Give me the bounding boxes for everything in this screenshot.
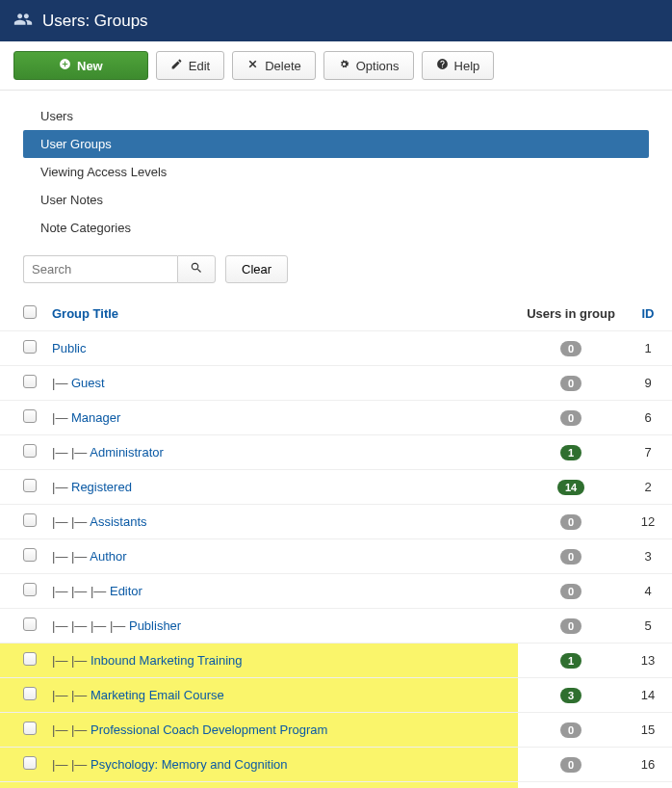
tree-prefix: |—: [52, 480, 71, 494]
row-checkbox[interactable]: [23, 340, 37, 354]
users-badge: 3: [560, 688, 582, 703]
group-title-link[interactable]: Psychology: Memory and Cognition: [90, 757, 288, 772]
pencil-icon: [170, 58, 183, 73]
users-badge: 0: [560, 376, 582, 391]
subnav-item[interactable]: User Groups: [23, 130, 649, 158]
tree-prefix: |—: [52, 410, 71, 425]
users-badge: 0: [560, 514, 582, 530]
users-badge: 0: [560, 722, 582, 738]
table-row: |— |— Assistants012: [0, 505, 672, 539]
col-header-id[interactable]: ID: [624, 297, 672, 331]
subnav-item[interactable]: Viewing Access Levels: [23, 158, 649, 186]
row-checkbox[interactable]: [23, 583, 37, 596]
tree-prefix: |—: [52, 376, 71, 390]
group-title-link[interactable]: Guest: [71, 376, 105, 390]
toolbar: New Edit Delete Options Help: [0, 41, 672, 91]
plus-icon: [59, 58, 71, 73]
col-header-title[interactable]: Group Title: [44, 297, 518, 331]
edit-label: Edit: [189, 59, 210, 73]
search-icon: [190, 261, 203, 277]
row-id: 5: [624, 609, 672, 644]
users-badge: 0: [560, 410, 582, 426]
new-label: New: [77, 59, 103, 73]
row-checkbox[interactable]: [23, 756, 37, 770]
row-id: 7: [624, 435, 672, 470]
edit-button[interactable]: Edit: [156, 51, 224, 80]
table-row: Public01: [0, 331, 672, 366]
search-row: Clear: [0, 251, 672, 297]
row-id: 14: [624, 678, 672, 713]
row-id: 2: [624, 470, 672, 505]
subnav-item[interactable]: Note Categories: [23, 214, 649, 242]
row-id: 15: [624, 713, 672, 748]
table-row: |— Registered142: [0, 470, 672, 505]
row-checkbox[interactable]: [23, 722, 37, 735]
gear-icon: [338, 58, 350, 73]
row-id: 12: [624, 505, 672, 539]
delete-label: Delete: [265, 59, 301, 73]
search-input[interactable]: [23, 255, 177, 283]
col-header-users: Users in group: [518, 297, 624, 331]
tree-prefix: |— |—: [52, 514, 90, 529]
table-row: |— |— Administrator17: [0, 435, 672, 470]
table-row: |— |— Author03: [0, 539, 672, 574]
clear-button[interactable]: Clear: [225, 255, 288, 283]
row-id: 1: [624, 331, 672, 366]
group-title-link[interactable]: Manager: [71, 410, 120, 425]
tree-prefix: |— |—: [52, 653, 90, 668]
search-button[interactable]: [177, 255, 216, 283]
row-id: 16: [624, 748, 672, 782]
tree-prefix: |— |— |—: [52, 584, 110, 598]
groups-table: Group Title Users in group ID Public01|—…: [0, 297, 672, 788]
tree-prefix: |— |—: [52, 688, 90, 702]
subnav-item[interactable]: User Notes: [23, 186, 649, 214]
row-checkbox[interactable]: [23, 617, 37, 631]
subnav-item[interactable]: Users: [23, 102, 649, 130]
tree-prefix: |— |—: [52, 549, 90, 564]
help-label: Help: [454, 59, 480, 73]
row-checkbox[interactable]: [23, 409, 37, 423]
group-title-link[interactable]: Public: [52, 341, 86, 355]
users-badge: 0: [560, 341, 582, 356]
users-badge: 1: [560, 445, 582, 460]
group-title-link[interactable]: Administrator: [90, 445, 164, 460]
group-title-link[interactable]: Publisher: [129, 618, 181, 633]
table-row: |— Guest09: [0, 366, 672, 401]
options-label: Options: [356, 59, 400, 73]
row-id: 9: [624, 366, 672, 401]
options-button[interactable]: Options: [323, 51, 414, 80]
users-badge: 0: [560, 584, 582, 599]
group-title-link[interactable]: Marketing Email Course: [90, 688, 224, 702]
row-id: 6: [624, 401, 672, 435]
row-checkbox[interactable]: [23, 513, 37, 527]
users-badge: 0: [560, 549, 582, 565]
select-all-checkbox[interactable]: [23, 305, 37, 319]
group-title-link[interactable]: Inbound Marketing Training: [90, 653, 243, 668]
row-id: 4: [624, 574, 672, 609]
table-row: |— |— Professional Coach Development Pro…: [0, 713, 672, 748]
group-title-link[interactable]: Assistants: [90, 514, 146, 529]
delete-button[interactable]: Delete: [232, 51, 316, 80]
row-checkbox[interactable]: [23, 479, 37, 492]
users-badge: 0: [560, 618, 582, 634]
row-checkbox[interactable]: [23, 375, 37, 388]
group-title-link[interactable]: Author: [90, 549, 126, 564]
users-badge: 0: [560, 757, 582, 773]
row-checkbox[interactable]: [23, 548, 37, 562]
users-icon: [13, 10, 33, 32]
group-title-link[interactable]: Registered: [71, 480, 132, 494]
table-row: |— |— |— Editor04: [0, 574, 672, 609]
x-icon: [246, 58, 259, 73]
tree-prefix: |— |—: [52, 757, 90, 772]
row-checkbox[interactable]: [23, 444, 37, 458]
group-title-link[interactable]: Professional Coach Development Program: [90, 722, 327, 737]
page-title: Users: Groups: [42, 12, 148, 31]
group-title-link[interactable]: Editor: [110, 584, 142, 598]
table-row: |— Manager06: [0, 401, 672, 435]
row-id: 17: [624, 782, 672, 789]
row-checkbox[interactable]: [23, 687, 37, 700]
help-button[interactable]: Help: [422, 51, 495, 80]
new-button[interactable]: New: [13, 51, 148, 80]
row-checkbox[interactable]: [23, 652, 37, 666]
table-row: |— |— Psychology: Memory and Cognition01…: [0, 748, 672, 782]
